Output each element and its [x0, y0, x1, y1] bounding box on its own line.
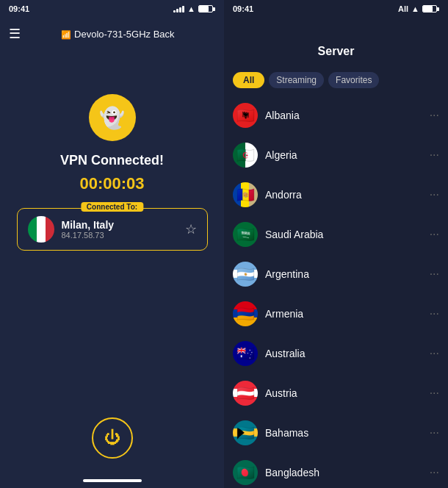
list-item[interactable]: 🇦🇷Argentina··· [224, 254, 448, 294]
wifi-icon: ▲ [187, 4, 195, 13]
status-bar-right: 09:41 All ▲ [224, 0, 448, 18]
time-right: 09:41 [233, 4, 253, 13]
more-options-icon[interactable]: ··· [430, 148, 439, 162]
time-left: 09:41 [9, 4, 29, 13]
country-flag-circle: 🇦🇩 [233, 182, 258, 207]
home-indicator [83, 479, 142, 482]
list-item[interactable]: 🇦🇲Armenia··· [224, 294, 448, 334]
menu-button[interactable]: ☰ [9, 26, 21, 42]
more-options-icon[interactable]: ··· [430, 466, 439, 479]
connected-to-label: Connected To: [81, 202, 143, 212]
all-label-right: All [398, 4, 408, 13]
status-bar-left: 09:41 ▲ [0, 0, 224, 18]
server-info: Milan, Italy 84.17.58.73 [62, 219, 178, 240]
country-name: Saudi Arabia [265, 229, 422, 240]
country-name: Australia [265, 348, 422, 359]
country-list: 🇦🇱Albania···🇩🇿Algeria···🇦🇩Andorra···🇸🇦Sa… [224, 96, 448, 488]
list-item[interactable]: 🇧🇸Bahamas··· [224, 413, 448, 453]
favorite-star-button[interactable]: ☆ [185, 221, 197, 237]
server-details: Milan, Italy 84.17.58.73 ☆ [28, 216, 197, 243]
country-name: Albania [265, 110, 422, 121]
country-flag-circle: 🇧🇸 [233, 420, 258, 445]
filter-tabs: All Streaming Favorites [224, 68, 448, 96]
country-name: Bahamas [265, 427, 422, 439]
battery-icon-right [422, 5, 439, 12]
list-item[interactable]: 🇩🇿Algeria··· [224, 135, 448, 175]
cyberghost-logo: 👻 [89, 94, 136, 141]
list-item[interactable]: 🇦🇩Andorra··· [224, 175, 448, 215]
vpn-timer: 00:00:03 [79, 174, 144, 193]
wifi-network-name: 📶 Devolo-731-5GHz Back [21, 29, 215, 40]
signal-icon [173, 5, 184, 12]
tab-streaming[interactable]: Streaming [269, 72, 324, 88]
country-flag-circle: 🇦🇱 [233, 103, 258, 128]
status-icons-right: All ▲ [398, 4, 439, 13]
more-options-icon[interactable]: ··· [430, 347, 439, 360]
right-panel: 09:41 All ▲ Server All Streaming Favorit… [224, 0, 448, 488]
more-options-icon[interactable]: ··· [430, 387, 439, 400]
country-flag-circle: 🇦🇺 [233, 341, 258, 366]
country-flag-circle: 🇦🇷 [233, 262, 258, 287]
list-item[interactable]: 🇦🇹Austria··· [224, 373, 448, 413]
power-icon: ⏻ [104, 428, 120, 448]
country-flag-circle: 🇧🇩 [233, 460, 258, 485]
wifi-icon-right: ▲ [411, 4, 419, 13]
country-name: Austria [265, 387, 422, 399]
list-item[interactable]: 🇦🇱Albania··· [224, 96, 448, 135]
more-options-icon[interactable]: ··· [430, 268, 439, 281]
more-options-icon[interactable]: ··· [430, 426, 439, 439]
country-flag-circle: 🇦🇹 [233, 381, 258, 406]
top-bar-right: Server [224, 35, 448, 68]
power-button-container: ⏻ [92, 417, 133, 459]
vpn-status-text: VPN Connected! [60, 153, 164, 168]
list-item[interactable]: 🇸🇦Saudi Arabia··· [224, 215, 448, 254]
top-bar-left: ☰ 📶 Devolo-731-5GHz Back [0, 18, 224, 50]
more-options-icon[interactable]: ··· [430, 307, 439, 320]
connected-server-box: Connected To: Milan, Italy 84.17.58.73 ☆ [17, 208, 208, 251]
server-name: Milan, Italy [62, 219, 178, 231]
country-name: Bangladesh [265, 467, 422, 478]
tab-all[interactable]: All [233, 72, 264, 88]
country-flag-circle: 🇦🇲 [233, 301, 258, 326]
list-item[interactable]: 🇧🇩Bangladesh··· [224, 453, 448, 488]
country-name: Algeria [265, 149, 422, 161]
left-panel: 09:41 ▲ ☰ 📶 Devolo-731-5GHz Back 👻 [0, 0, 224, 488]
country-name: Armenia [265, 308, 422, 320]
battery-icon [198, 5, 215, 12]
country-name: Andorra [265, 189, 422, 201]
power-button[interactable]: ⏻ [92, 417, 133, 459]
status-time-left: 09:41 [9, 4, 29, 13]
server-panel-title: Server [318, 45, 355, 58]
tab-favorites[interactable]: Favorites [328, 72, 379, 88]
status-icons-left: ▲ [173, 4, 215, 13]
more-options-icon[interactable]: ··· [430, 188, 439, 201]
server-flag [28, 216, 54, 243]
more-options-icon[interactable]: ··· [430, 109, 439, 122]
more-options-icon[interactable]: ··· [430, 228, 439, 241]
country-flag-circle: 🇸🇦 [233, 222, 258, 247]
country-flag-circle: 🇩🇿 [233, 143, 258, 168]
list-item[interactable]: 🇦🇺Australia··· [224, 334, 448, 373]
country-name: Argentina [265, 268, 422, 280]
vpn-status-area: 👻 VPN Connected! 00:00:03 Connected To: … [17, 94, 208, 251]
server-ip: 84.17.58.73 [62, 231, 178, 240]
